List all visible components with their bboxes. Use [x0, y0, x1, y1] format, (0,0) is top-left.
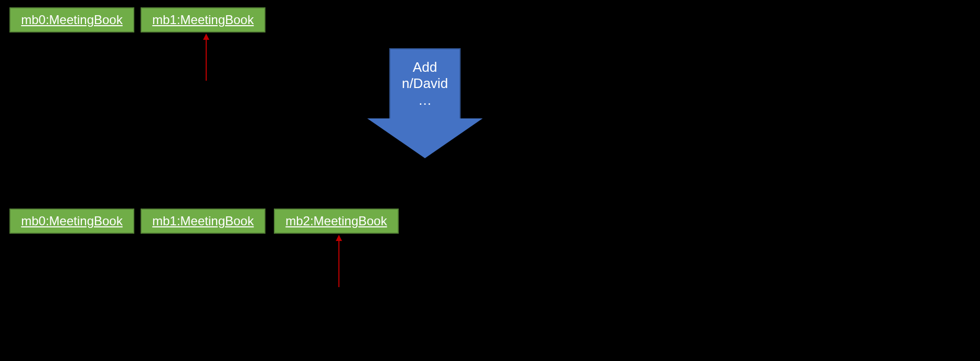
uml-object-mb0-top: mb0:MeetingBook — [9, 7, 134, 32]
uml-object-mb1-top: mb1:MeetingBook — [141, 7, 265, 32]
action-text-2: n/David — [402, 75, 448, 92]
uml-object-label: mb0:MeetingBook — [21, 214, 122, 228]
action-text-1: Add — [413, 59, 437, 75]
pointer-arrow-icon — [336, 235, 342, 287]
action-arrow: Add n/David … — [367, 48, 483, 158]
uml-object-label: mb1:MeetingBook — [152, 214, 253, 228]
action-text-3: … — [418, 92, 432, 108]
uml-object-mb2-bottom: mb2:MeetingBook — [274, 209, 399, 234]
pointer-arrow-icon — [203, 34, 209, 81]
uml-object-mb1-bottom: mb1:MeetingBook — [141, 209, 265, 234]
uml-object-label: mb1:MeetingBook — [152, 13, 253, 27]
uml-object-label: mb0:MeetingBook — [21, 13, 122, 27]
uml-object-label: mb2:MeetingBook — [285, 214, 387, 228]
uml-object-mb0-bottom: mb0:MeetingBook — [9, 209, 134, 234]
